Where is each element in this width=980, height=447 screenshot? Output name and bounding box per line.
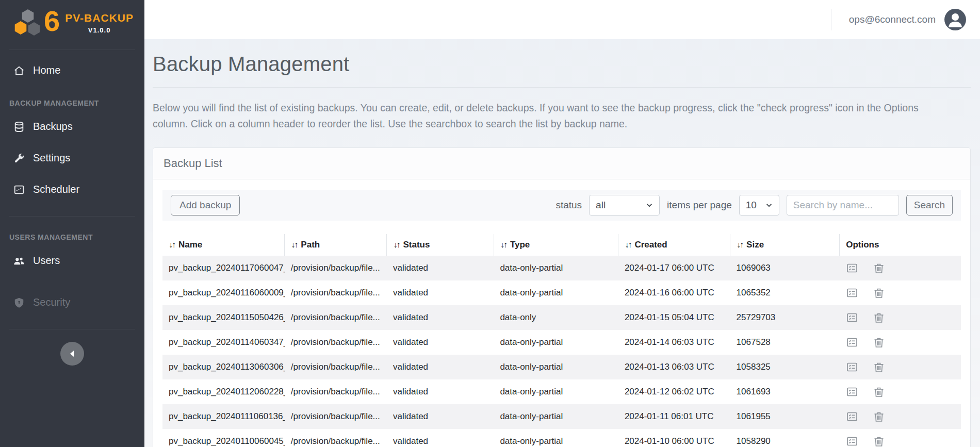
topbar: ops@6connect.com xyxy=(144,0,980,39)
sidebar-item-label: Security xyxy=(33,296,70,308)
delete-button[interactable] xyxy=(873,410,885,423)
sidebar-item-security[interactable]: Security xyxy=(0,289,144,316)
brand-version: V1.0.0 xyxy=(88,26,111,34)
cell-options xyxy=(840,305,961,330)
sidebar-item-users[interactable]: Users xyxy=(0,247,144,274)
check-progress-button[interactable] xyxy=(846,386,858,398)
cell-size: 1058325 xyxy=(730,355,840,379)
status-filter-select[interactable]: all xyxy=(589,195,660,216)
check-progress-icon xyxy=(846,311,858,324)
delete-button[interactable] xyxy=(873,361,885,373)
trash-icon xyxy=(873,287,885,299)
page-title: Backup Management xyxy=(153,53,971,76)
check-progress-button[interactable] xyxy=(846,435,858,447)
cell-name: pv_backup_20240113060306_... xyxy=(162,355,285,379)
table-row[interactable]: pv_backup_20240115050426_... /provision/… xyxy=(162,305,961,330)
cell-status: validated xyxy=(387,404,494,429)
sidebar-item-label: Backups xyxy=(33,121,73,133)
cell-status: validated xyxy=(387,379,494,404)
cell-created: 2024-01-10 06:00 UTC xyxy=(618,429,730,447)
table-row[interactable]: pv_backup_20240111060136_... /provision/… xyxy=(162,404,961,429)
table-row[interactable]: pv_backup_20240112060228_... /provision/… xyxy=(162,379,961,404)
cell-created: 2024-01-17 06:00 UTC xyxy=(618,256,730,280)
title-divider xyxy=(153,87,971,88)
cell-options xyxy=(840,429,961,447)
column-header-size[interactable]: ↓↑Size xyxy=(730,234,840,256)
backup-list-card: Backup List Add backup status all items … xyxy=(153,147,971,447)
sidebar-item-scheduler[interactable]: Scheduler xyxy=(0,176,144,203)
person-avatar-icon xyxy=(944,8,967,31)
sidebar-divider xyxy=(9,329,135,329)
table-row[interactable]: pv_backup_20240113060306_... /provision/… xyxy=(162,355,961,379)
column-header-created[interactable]: ↓↑Created xyxy=(618,234,730,256)
check-progress-button[interactable] xyxy=(846,262,858,274)
cell-size: 1065352 xyxy=(730,280,840,305)
cell-name: pv_backup_20240116060009_... xyxy=(162,280,285,305)
trash-icon xyxy=(873,410,885,423)
check-progress-button[interactable] xyxy=(846,287,858,299)
sidebar-collapse-button[interactable] xyxy=(60,342,84,366)
check-progress-icon xyxy=(846,386,858,398)
table-row[interactable]: pv_backup_20240116060009_... /provision/… xyxy=(162,280,961,305)
delete-button[interactable] xyxy=(873,435,885,447)
status-filter-label: status xyxy=(556,200,582,211)
column-header-name[interactable]: ↓↑Name xyxy=(162,234,285,256)
search-input[interactable] xyxy=(787,195,899,216)
table-row[interactable]: pv_backup_20240117060047_... /provision/… xyxy=(162,256,961,280)
search-button[interactable]: Search xyxy=(906,195,953,216)
cell-type: data-only-partial xyxy=(494,355,618,379)
check-progress-button[interactable] xyxy=(846,361,858,373)
column-header-status[interactable]: ↓↑Status xyxy=(387,234,494,256)
sort-icon: ↓↑ xyxy=(500,240,507,249)
user-avatar[interactable] xyxy=(944,8,967,31)
cell-options xyxy=(840,256,961,280)
chevron-down-icon xyxy=(765,202,773,209)
scheduler-icon xyxy=(13,184,25,195)
trash-icon xyxy=(873,311,885,324)
check-progress-icon xyxy=(846,287,858,299)
sort-icon: ↓↑ xyxy=(393,240,399,249)
delete-button[interactable] xyxy=(873,311,885,324)
cell-options xyxy=(840,379,961,404)
delete-button[interactable] xyxy=(873,386,885,398)
add-backup-button[interactable]: Add backup xyxy=(171,195,240,216)
delete-button[interactable] xyxy=(873,262,885,274)
sort-icon: ↓↑ xyxy=(169,240,175,249)
column-header-path[interactable]: ↓↑Path xyxy=(285,234,387,256)
check-progress-button[interactable] xyxy=(846,336,858,349)
table-row[interactable]: pv_backup_20240110060045_... /provision/… xyxy=(162,429,961,447)
wrench-icon xyxy=(13,153,25,164)
cell-options xyxy=(840,404,961,429)
table-header-row: ↓↑Name↓↑Path↓↑Status↓↑Type↓↑Created↓↑Siz… xyxy=(162,234,961,256)
trash-icon xyxy=(873,361,885,373)
cell-options xyxy=(840,330,961,355)
sidebar-item-settings[interactable]: Settings xyxy=(0,145,144,171)
check-progress-button[interactable] xyxy=(846,311,858,324)
cell-path: /provision/backup/file... xyxy=(285,330,387,355)
table-row[interactable]: pv_backup_20240114060347_... /provision/… xyxy=(162,330,961,355)
brand-logo: 6 PV-BACKUP V1.0.0 xyxy=(0,0,144,42)
cell-type: data-only-partial xyxy=(494,330,618,355)
sidebar: 6 PV-BACKUP V1.0.0 Home BACKUP MANAGEMEN… xyxy=(0,0,144,447)
sidebar-item-home[interactable]: Home xyxy=(0,57,144,84)
delete-button[interactable] xyxy=(873,336,885,349)
cell-name: pv_backup_20240111060136_... xyxy=(162,404,285,429)
backup-table: ↓↑Name↓↑Path↓↑Status↓↑Type↓↑Created↓↑Siz… xyxy=(162,234,961,447)
check-progress-icon xyxy=(846,336,858,349)
cell-name: pv_backup_20240115050426_... xyxy=(162,305,285,330)
cell-created: 2024-01-14 06:03 UTC xyxy=(618,330,730,355)
sidebar-item-label: Settings xyxy=(33,152,70,164)
column-header-options: Options xyxy=(840,234,961,256)
sidebar-divider xyxy=(9,49,135,50)
card-title: Backup List xyxy=(153,148,970,179)
items-per-page-select[interactable]: 10 xyxy=(739,195,779,216)
cell-size: 1058290 xyxy=(730,429,840,447)
check-progress-button[interactable] xyxy=(846,410,858,423)
cell-type: data-only-partial xyxy=(494,379,618,404)
cell-path: /provision/backup/file... xyxy=(285,355,387,379)
column-header-type[interactable]: ↓↑Type xyxy=(494,234,618,256)
items-per-page-value: 10 xyxy=(746,200,757,211)
cell-status: validated xyxy=(387,305,494,330)
sidebar-item-backups[interactable]: Backups xyxy=(0,113,144,140)
delete-button[interactable] xyxy=(873,287,885,299)
